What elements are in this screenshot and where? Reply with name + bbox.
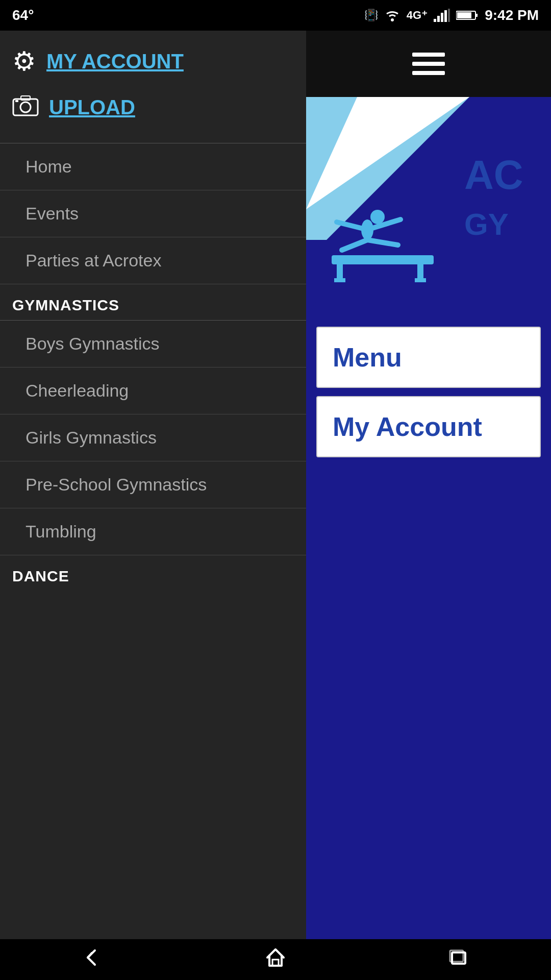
menu-item-home[interactable]: Home xyxy=(0,143,306,190)
svg-text:AC: AC xyxy=(464,152,523,198)
svg-rect-4 xyxy=(444,10,447,22)
hamburger-line-1 xyxy=(412,53,445,57)
svg-point-10 xyxy=(20,102,31,112)
svg-rect-27 xyxy=(415,278,426,282)
back-button[interactable] xyxy=(80,945,104,974)
home-button[interactable] xyxy=(263,945,288,974)
svg-rect-24 xyxy=(337,264,343,280)
section-label-gymnastics: GYMNASTICS xyxy=(0,284,306,320)
menu-item-preschool-gymnastics[interactable]: Pre-School Gymnastics xyxy=(0,461,306,508)
menu-card-label: Menu xyxy=(333,342,402,372)
svg-point-0 xyxy=(391,18,394,21)
bottom-nav xyxy=(0,939,551,980)
svg-rect-7 xyxy=(457,12,471,18)
menu-item-cheerleading[interactable]: Cheerleading xyxy=(0,368,306,414)
svg-rect-3 xyxy=(441,13,443,22)
my-account-card-label: My Account xyxy=(333,412,482,442)
menu-item-boys-gymnastics[interactable]: Boys Gymnastics xyxy=(0,321,306,368)
upload-link[interactable]: UPLOAD xyxy=(12,92,294,122)
svg-rect-25 xyxy=(417,264,423,280)
svg-rect-2 xyxy=(437,16,440,22)
menu-card[interactable]: Menu xyxy=(316,327,541,388)
my-account-card[interactable]: My Account xyxy=(316,396,541,457)
svg-point-18 xyxy=(370,210,385,224)
my-account-link[interactable]: ⚙ MY ACCOUNT xyxy=(12,46,294,77)
menu-item-tumbling[interactable]: Tumbling xyxy=(0,508,306,555)
section-label-dance: DANCE xyxy=(0,555,306,591)
top-bar xyxy=(306,31,551,97)
status-icons: 📳 4G⁺ 9:42 PM xyxy=(364,7,539,23)
recent-apps-button[interactable] xyxy=(447,945,471,974)
svg-rect-26 xyxy=(334,278,345,282)
camera-icon xyxy=(12,92,39,122)
network-icon: 4G⁺ xyxy=(407,9,428,22)
right-panel: AC GY Menu My Account xyxy=(306,31,551,939)
hamburger-button[interactable] xyxy=(412,53,445,75)
status-bar: 64° 📳 4G⁺ 9:42 PM xyxy=(0,0,551,31)
menu-item-girls-gymnastics[interactable]: Girls Gymnastics xyxy=(0,414,306,461)
time: 9:42 PM xyxy=(485,7,539,23)
main-layout: ⚙ MY ACCOUNT UPLOAD Home Events Pa xyxy=(0,31,551,939)
svg-rect-12 xyxy=(15,100,18,102)
menu-item-events[interactable]: Events xyxy=(0,190,306,237)
hamburger-line-2 xyxy=(412,62,445,66)
menu-item-parties[interactable]: Parties at Acrotex xyxy=(0,237,306,284)
signal-icon xyxy=(434,9,450,22)
upload-label: UPLOAD xyxy=(49,96,135,119)
svg-rect-8 xyxy=(475,14,478,17)
svg-rect-1 xyxy=(434,19,436,22)
account-label: MY ACCOUNT xyxy=(46,50,184,73)
vibrate-icon: 📳 xyxy=(364,9,378,22)
svg-rect-23 xyxy=(332,255,434,264)
temperature: 64° xyxy=(12,7,34,23)
hamburger-line-3 xyxy=(412,71,445,75)
logo-area: AC GY xyxy=(306,97,551,316)
svg-text:GY: GY xyxy=(464,207,509,241)
svg-rect-5 xyxy=(448,9,450,22)
sidebar-header: ⚙ MY ACCOUNT UPLOAD xyxy=(0,31,306,143)
battery-icon xyxy=(456,10,479,21)
wifi-icon xyxy=(384,9,400,22)
sidebar: ⚙ MY ACCOUNT UPLOAD Home Events Pa xyxy=(0,31,306,939)
gear-icon: ⚙ xyxy=(12,46,36,77)
